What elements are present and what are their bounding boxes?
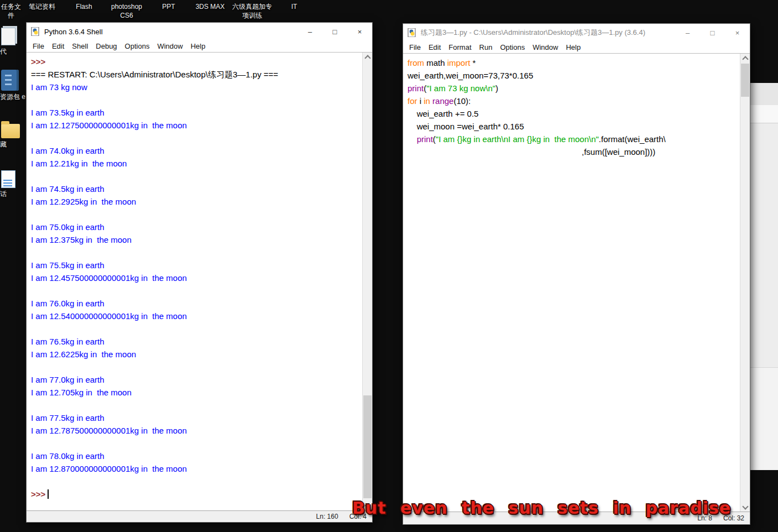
minimize-button[interactable]: – — [297, 23, 322, 40]
code-token: ,fsum([wei_moon]))) — [582, 147, 655, 157]
shell-line — [31, 399, 362, 411]
editor-scroll-thumb[interactable] — [741, 64, 749, 97]
desktop-icon-label[interactable]: photoshop CS6 — [111, 2, 142, 20]
code-token: wei_earth += 0.5 — [408, 109, 478, 118]
editor-menu-edit[interactable]: Edit — [425, 43, 445, 51]
code-token: wei_moon =wei_earth* 0.165 — [408, 122, 524, 131]
shell-line: I am 78.0kg in earth — [31, 450, 362, 462]
desktop-icon-label[interactable]: IT — [291, 2, 297, 11]
shell-line: I am 77.5kg in earth — [31, 411, 362, 424]
shell-line: I am 12.705kg in the moon — [31, 386, 362, 399]
desktop-icon-label[interactable]: 笔记资料 — [29, 2, 55, 11]
shell-line: I am 12.127500000000001kg in the moon — [31, 119, 362, 132]
editor-titlebar[interactable]: 练习题3—1.py - C:\Users\Administrator\Deskt… — [403, 24, 750, 41]
code-token: from — [408, 58, 424, 67]
shell-menu-file[interactable]: File — [29, 42, 48, 50]
minimize-button[interactable]: – — [675, 24, 700, 41]
shell-titlebar[interactable]: Python 3.6.4 Shell – □ × — [27, 23, 372, 40]
subtitle-overlay-text: But even the sun sets in paradise — [352, 498, 731, 518]
shell-line — [31, 170, 362, 182]
code-line: print("I am 73 kg now\n") — [408, 82, 739, 95]
shell-output[interactable]: >>> === RESTART: C:\Users\Administrator\… — [27, 53, 363, 510]
shell-text-pane[interactable]: >>> === RESTART: C:\Users\Administrator\… — [27, 53, 372, 510]
shell-line: I am 74.0kg in earth — [31, 144, 362, 157]
editor-menu-options[interactable]: Options — [496, 43, 529, 51]
shell-line — [31, 475, 362, 488]
editor-code[interactable]: from math import *wei_earth,wei_moon=73,… — [403, 54, 740, 512]
desktop-icon-label: 藏 — [0, 140, 29, 149]
shell-scroll-thumb[interactable] — [363, 395, 372, 498]
shell-line: I am 73.5kg in earth — [31, 106, 362, 119]
desktop-icon-doc2[interactable]: 话 — [0, 170, 29, 199]
editor-text-pane[interactable]: from math import *wei_earth,wei_moon=73,… — [403, 54, 750, 512]
shell-line — [31, 246, 362, 259]
shell-line: I am 74.5kg in earth — [31, 182, 362, 195]
desktop-icon-book[interactable]: 资源包 e — [0, 70, 29, 102]
code-line: wei_moon =wei_earth* 0.165 — [408, 120, 739, 133]
code-token: range — [432, 96, 453, 106]
shell-line: I am 76.0kg in earth — [31, 297, 362, 310]
code-token — [408, 134, 417, 144]
shell-line: I am 12.2925kg in the moon — [31, 195, 362, 208]
shell-scrollbar[interactable] — [362, 53, 372, 510]
code-token: "I am {}kg in earth\nI am {}kg in the mo… — [436, 134, 599, 144]
desktop-icon-doc[interactable]: 代 — [0, 28, 29, 56]
editor-scrollbar[interactable] — [740, 54, 750, 512]
shell-menu-help[interactable]: Help — [187, 42, 210, 50]
desktop-icon-label[interactable]: 任务文 件 — [1, 2, 21, 20]
maximize-button[interactable]: □ — [322, 23, 347, 40]
desktop-icon-label[interactable]: 3DS MAX — [196, 2, 225, 11]
shell-line — [31, 322, 362, 335]
code-line: wei_earth,wei_moon=73,73*0.165 — [408, 69, 739, 82]
close-button[interactable]: × — [725, 24, 750, 41]
doc-icon — [1, 28, 15, 45]
idle-python-icon — [31, 27, 41, 36]
shell-menu-window[interactable]: Window — [153, 42, 186, 50]
shell-line: I am 12.870000000000001kg in the moon — [31, 462, 362, 475]
background-band — [750, 123, 778, 368]
shell-line: === RESTART: C:\Users\Administrator\Desk… — [31, 68, 362, 81]
desktop-icon-label[interactable]: 六级真题加专 项训练 — [232, 2, 272, 20]
editor-menu-window[interactable]: Window — [529, 43, 562, 51]
editor-menu-format[interactable]: Format — [445, 43, 475, 51]
desktop-icon-label: 资源包 e — [0, 92, 29, 102]
shell-line: I am 12.787500000000001kg in the moon — [31, 424, 362, 437]
shell-line: I am 12.21kg in the moon — [31, 157, 362, 170]
folder-icon — [1, 124, 20, 138]
editor-menu-help[interactable]: Help — [562, 43, 584, 51]
shell-menu-debug[interactable]: Debug — [92, 42, 121, 50]
editor-menu-file[interactable]: File — [405, 43, 425, 51]
desktop-icon-label[interactable]: Flash — [76, 2, 92, 11]
code-token: in — [424, 96, 430, 106]
background-band — [750, 83, 778, 105]
shell-line: I am 73 kg now — [31, 81, 362, 93]
shell-menu-edit[interactable]: Edit — [48, 42, 68, 50]
shell-line: I am 77.0kg in earth — [31, 373, 362, 386]
desktop-icon-label: 话 — [0, 190, 29, 199]
scroll-down-icon[interactable] — [740, 502, 750, 512]
scroll-up-icon[interactable] — [740, 54, 750, 63]
desktop-icon-label[interactable]: PPT — [162, 2, 175, 11]
maximize-button[interactable]: □ — [700, 24, 725, 41]
shell-line — [31, 361, 362, 373]
code-line: from math import * — [408, 56, 739, 69]
code-token: math — [424, 58, 447, 67]
code-token: print — [408, 84, 424, 93]
code-token: ) — [495, 84, 498, 93]
shell-line — [31, 93, 362, 106]
scroll-up-icon[interactable] — [363, 53, 372, 62]
editor-menu-run[interactable]: Run — [476, 43, 497, 51]
shell-line: I am 12.6225kg in the moon — [31, 348, 362, 361]
shell-line — [31, 132, 362, 144]
shell-line: I am 75.5kg in earth — [31, 259, 362, 272]
shell-menu-options[interactable]: Options — [121, 42, 154, 50]
shell-line — [31, 437, 362, 450]
shell-menu-shell[interactable]: Shell — [68, 42, 92, 50]
desktop-icon-folder[interactable]: 藏 — [0, 119, 29, 149]
shell-line: I am 76.5kg in earth — [31, 335, 362, 348]
code-line: wei_earth += 0.5 — [408, 107, 739, 120]
shell-line: I am 12.375kg in the moon — [31, 233, 362, 246]
close-button[interactable]: × — [347, 23, 372, 40]
code-token: .format(wei_earth\ — [599, 134, 666, 144]
code-token: wei_earth,wei_moon=73,73*0.165 — [408, 71, 533, 80]
